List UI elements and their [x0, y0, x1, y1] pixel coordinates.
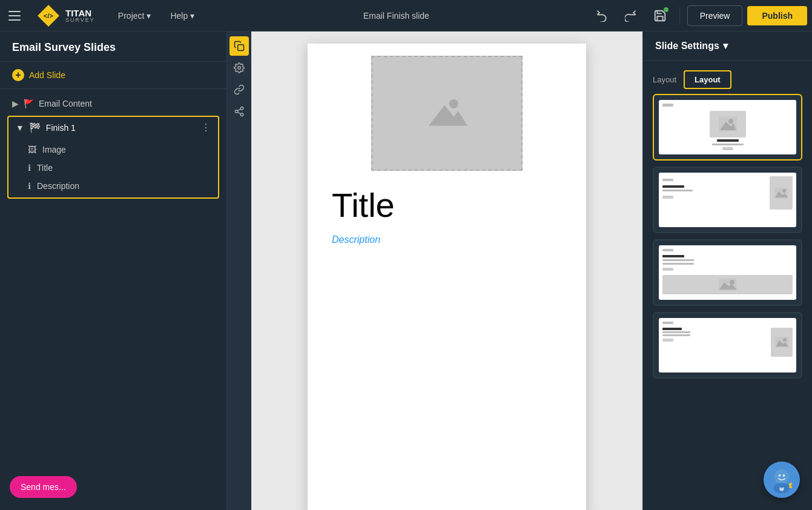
layout-thumb-2: [659, 173, 796, 227]
link-tool-button[interactable]: [229, 80, 249, 99]
send-message-button[interactable]: Send mes...: [10, 476, 77, 498]
layout-thumb-1: [659, 100, 796, 154]
publish-button[interactable]: Publish: [747, 6, 807, 25]
svg-rect-0: [8, 11, 21, 12]
chat-helper-button[interactable]: [764, 462, 800, 498]
svg-rect-1: [8, 15, 21, 16]
canvas-area: Title Description: [251, 31, 642, 510]
slide-canvas: Title Description: [308, 44, 586, 510]
svg-line-11: [237, 109, 240, 111]
layout-option-3[interactable]: [653, 239, 802, 306]
slide-name: Email Finish slide: [203, 11, 589, 21]
layout-header-row: Layout Layout: [653, 70, 802, 89]
undo-button[interactable]: [590, 4, 614, 28]
chevron-right-icon: ▶: [12, 99, 19, 108]
info-icon-title: ℹ: [28, 163, 31, 173]
slide-description[interactable]: Description: [320, 234, 380, 245]
sidebar-item-email-content[interactable]: ▶ 🚩 Email Content: [0, 94, 226, 113]
slide-title[interactable]: Title: [320, 185, 395, 225]
sidebar-item-title[interactable]: ℹ Title: [8, 159, 218, 177]
add-slide-icon: +: [12, 69, 24, 81]
svg-point-29: [783, 474, 785, 476]
svg-point-28: [779, 474, 781, 476]
app-logo: </> TITAN SURVEY: [29, 4, 102, 28]
image-icon: 🖼: [28, 145, 36, 154]
save-button[interactable]: [648, 4, 672, 28]
layout-section-label: Layout: [653, 75, 676, 84]
svg-line-10: [237, 112, 240, 114]
redo-button[interactable]: [619, 4, 643, 28]
svg-point-6: [238, 67, 241, 70]
tool-strip: [227, 31, 251, 510]
settings-tool-button[interactable]: [229, 58, 249, 78]
nav-menu: Project ▾ Help ▾: [110, 7, 203, 24]
layout-thumb-3: [659, 245, 796, 300]
svg-point-8: [235, 110, 238, 113]
sidebar-item-description[interactable]: ℹ Description: [8, 177, 218, 195]
share-tool-button[interactable]: [229, 102, 249, 121]
sidebar-tree: ▶ 🚩 Email Content ▼ 🏁 Finish 1 ⋮ 🖼 Image: [0, 89, 226, 206]
top-navigation: </> TITAN SURVEY Project ▾ Help ▾ Email …: [0, 0, 812, 31]
layout-options: [653, 94, 802, 379]
copy-tool-button[interactable]: [229, 36, 249, 56]
layout-option-2[interactable]: [653, 167, 802, 233]
finish-flag-icon: 🏁: [29, 122, 41, 133]
logo-survey: SURVEY: [65, 18, 95, 23]
save-indicator: [664, 7, 668, 12]
svg-point-25: [783, 338, 787, 342]
nav-actions: Preview Publish: [590, 4, 812, 28]
finish-group-header[interactable]: ▼ 🏁 Finish 1 ⋮: [8, 117, 218, 138]
svg-point-13: [449, 99, 458, 108]
main-layout: Email Survey Slides + Add Slide ▶ 🚩 Emai…: [0, 31, 812, 510]
settings-chevron-icon: ▾: [723, 40, 728, 51]
layout-option-4[interactable]: [653, 312, 802, 379]
hamburger-menu[interactable]: [0, 0, 29, 31]
slide-image-placeholder[interactable]: [371, 56, 523, 171]
preview-button[interactable]: Preview: [687, 5, 743, 26]
more-options-icon[interactable]: ⋮: [201, 122, 211, 133]
right-panel: Slide Settings ▾ Layout Layout: [642, 31, 812, 510]
nav-divider: [679, 7, 680, 25]
left-sidebar: Email Survey Slides + Add Slide ▶ 🚩 Emai…: [0, 31, 227, 510]
sidebar-title: Email Survey Slides: [0, 31, 226, 62]
chevron-down-icon: ▼: [16, 123, 24, 133]
svg-point-27: [774, 469, 789, 484]
logo-titan: TITAN: [65, 8, 95, 18]
svg-text:</>: </>: [44, 12, 53, 19]
nav-help[interactable]: Help ▾: [162, 7, 203, 24]
nav-project[interactable]: Project ▾: [110, 7, 160, 24]
svg-rect-31: [789, 486, 792, 488]
layout-button[interactable]: Layout: [684, 70, 731, 89]
svg-point-16: [728, 119, 733, 124]
svg-point-22: [730, 280, 734, 285]
settings-header[interactable]: Slide Settings ▾: [643, 31, 812, 61]
info-icon-desc: ℹ: [28, 181, 31, 191]
svg-point-19: [782, 189, 786, 193]
settings-content: Layout Layout: [643, 61, 812, 388]
layout-thumb-4: [659, 318, 796, 373]
image-placeholder-icon: [423, 94, 471, 133]
flag-icon: 🚩: [24, 99, 34, 108]
tree-children: 🖼 Image ℹ Title ℹ Description: [8, 138, 218, 197]
svg-rect-5: [238, 45, 244, 51]
layout-option-1[interactable]: [653, 94, 802, 161]
sidebar-item-image[interactable]: 🖼 Image: [8, 141, 218, 159]
add-slide-button[interactable]: + Add Slide: [0, 62, 226, 89]
svg-rect-2: [8, 19, 21, 21]
finish-group: ▼ 🏁 Finish 1 ⋮ 🖼 Image ℹ Title ℹ: [7, 116, 219, 199]
svg-point-9: [240, 113, 243, 116]
svg-point-7: [240, 107, 243, 110]
